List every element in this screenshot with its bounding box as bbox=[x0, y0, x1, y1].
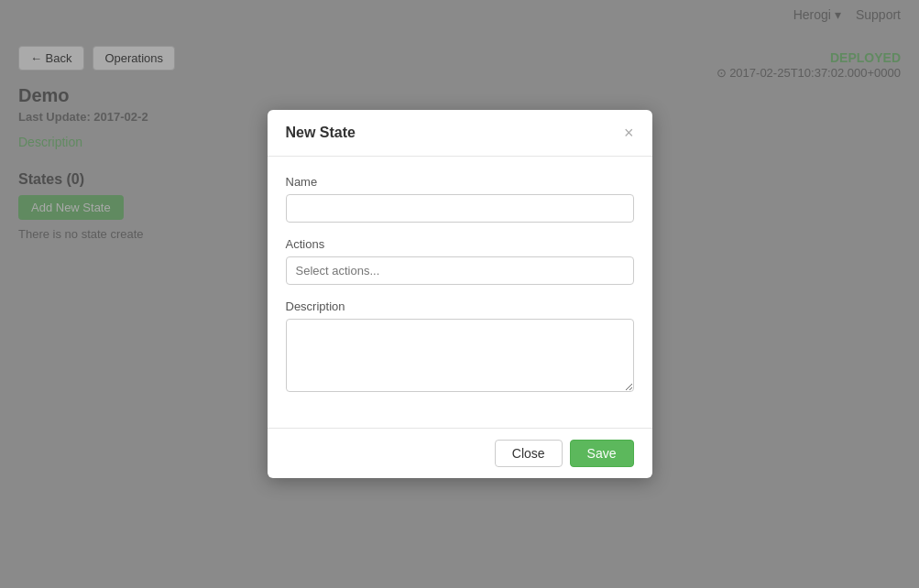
modal-body: Name Actions Description bbox=[268, 157, 652, 428]
description-label: Description bbox=[286, 299, 634, 313]
modal-title: New State bbox=[286, 125, 356, 141]
close-button[interactable]: Close bbox=[495, 440, 563, 467]
name-input[interactable] bbox=[286, 194, 634, 223]
name-field-group: Name bbox=[286, 175, 634, 223]
new-state-modal: New State × Name Actions Description Clo bbox=[268, 110, 652, 478]
modal-close-button[interactable]: × bbox=[624, 125, 634, 141]
name-label: Name bbox=[286, 175, 634, 189]
actions-label: Actions bbox=[286, 237, 634, 251]
save-button[interactable]: Save bbox=[570, 440, 634, 467]
actions-field-group: Actions bbox=[286, 237, 634, 285]
modal-header: New State × bbox=[268, 110, 652, 157]
modal-overlay: New State × Name Actions Description Clo bbox=[0, 0, 919, 588]
description-field-group: Description bbox=[286, 299, 634, 395]
modal-footer: Close Save bbox=[268, 428, 652, 478]
description-textarea[interactable] bbox=[286, 319, 634, 392]
actions-select[interactable] bbox=[286, 256, 634, 285]
